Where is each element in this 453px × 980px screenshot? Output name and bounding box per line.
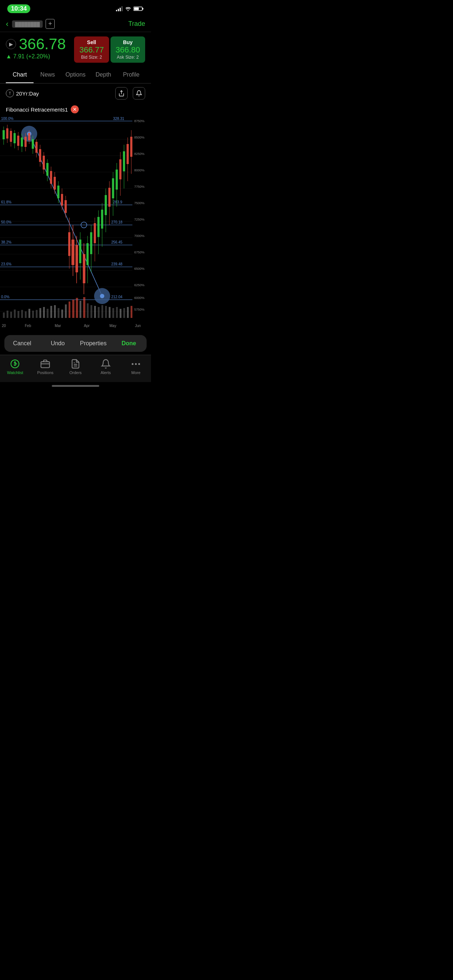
svg-rect-73 — [32, 139, 34, 149]
svg-rect-97 — [75, 245, 78, 272]
svg-rect-1 — [134, 8, 139, 10]
svg-text:7750%: 7750% — [134, 185, 144, 188]
svg-rect-101 — [83, 254, 85, 283]
svg-text:0.0%: 0.0% — [1, 295, 10, 299]
svg-rect-111 — [101, 210, 103, 229]
tab-chart[interactable]: Chart — [6, 67, 33, 83]
svg-rect-87 — [57, 186, 59, 198]
svg-rect-83 — [50, 171, 52, 184]
tab-profile[interactable]: Profile — [118, 67, 145, 83]
nav-watchlist[interactable]: Watchlist — [0, 359, 30, 375]
chart-tabs: Chart News Options Depth Profile — [0, 67, 151, 83]
svg-text:239.48: 239.48 — [111, 262, 123, 266]
svg-rect-119 — [116, 170, 118, 189]
svg-rect-71 — [28, 133, 30, 140]
buy-box[interactable]: Buy 366.80 Ask Size: 2 — [110, 37, 145, 63]
alert-button[interactable] — [133, 87, 145, 100]
svg-rect-133 — [21, 310, 23, 318]
svg-rect-140 — [47, 309, 48, 318]
svg-text:Mar: Mar — [55, 324, 61, 328]
svg-rect-142 — [54, 305, 56, 318]
share-icon — [118, 90, 125, 97]
add-watchlist-button[interactable]: + — [46, 19, 55, 29]
svg-rect-117 — [112, 178, 114, 198]
svg-text:50.0%: 50.0% — [1, 220, 11, 224]
svg-rect-109 — [97, 217, 100, 237]
svg-rect-67 — [21, 137, 23, 146]
svg-text:38.2%: 38.2% — [1, 240, 11, 244]
svg-rect-91 — [65, 200, 67, 213]
share-button[interactable] — [115, 87, 128, 100]
svg-text:283.9: 283.9 — [113, 200, 122, 204]
svg-text:Apr: Apr — [84, 324, 90, 328]
undo-button[interactable]: Undo — [40, 340, 76, 347]
svg-text:8000%: 8000% — [134, 169, 144, 172]
done-button[interactable]: Done — [111, 340, 147, 347]
svg-rect-93 — [68, 232, 70, 256]
svg-text:256.45: 256.45 — [111, 240, 123, 244]
svg-rect-103 — [86, 243, 89, 265]
bell-icon — [136, 90, 142, 97]
chart-area: T 20Yr:Day Fibonacci — [0, 83, 151, 355]
svg-rect-105 — [90, 232, 92, 254]
svg-rect-145 — [65, 304, 67, 318]
svg-text:Feb: Feb — [25, 324, 31, 328]
svg-text:7500%: 7500% — [134, 201, 144, 205]
svg-rect-61 — [10, 131, 12, 142]
svg-rect-127 — [130, 137, 132, 157]
svg-text:7250%: 7250% — [134, 218, 144, 221]
price-change: ▲ 7.91 (+2.20%) — [6, 53, 74, 60]
svg-text:20: 20 — [2, 324, 6, 328]
svg-rect-115 — [108, 188, 110, 207]
sell-label: Sell — [79, 40, 104, 45]
svg-rect-75 — [35, 142, 38, 153]
watchlist-icon — [10, 359, 20, 369]
cancel-button[interactable]: Cancel — [4, 340, 40, 347]
svg-rect-144 — [61, 310, 63, 318]
svg-rect-63 — [13, 133, 16, 143]
svg-text:328.31: 328.31 — [113, 117, 124, 121]
svg-text:23.6%: 23.6% — [1, 262, 11, 266]
tab-options[interactable]: Options — [62, 67, 89, 83]
buy-price: 366.80 — [116, 45, 140, 55]
svg-rect-152 — [91, 305, 92, 318]
chart-svg-container[interactable]: 8750% 8500% 8250% 8000% 7750% 7500% 7250… — [0, 116, 151, 332]
svg-rect-125 — [126, 144, 129, 164]
back-button[interactable]: ‹ — [6, 19, 8, 29]
svg-text:5750%: 5750% — [134, 308, 144, 311]
svg-rect-159 — [116, 307, 118, 318]
svg-rect-138 — [39, 308, 41, 318]
nav-more[interactable]: More — [121, 359, 151, 375]
svg-text:6000%: 6000% — [134, 296, 144, 300]
svg-rect-65 — [17, 135, 19, 146]
svg-text:8750%: 8750% — [134, 119, 144, 123]
svg-rect-69 — [24, 137, 27, 147]
svg-rect-153 — [94, 306, 96, 318]
sell-box[interactable]: Sell 366.77 Bid Size: 2 — [74, 37, 109, 63]
svg-text:212.04: 212.04 — [111, 295, 123, 299]
nav-alerts[interactable]: Alerts — [91, 359, 121, 375]
svg-rect-95 — [72, 240, 74, 265]
timeframe-circle-icon: T — [6, 89, 14, 97]
tab-news[interactable]: News — [33, 67, 61, 83]
svg-text:61.8%: 61.8% — [1, 200, 11, 204]
properties-button[interactable]: Properties — [75, 340, 111, 347]
tab-depth[interactable]: Depth — [89, 67, 117, 83]
svg-rect-89 — [61, 194, 63, 205]
more-dots-icon — [132, 359, 140, 369]
svg-rect-148 — [76, 298, 78, 318]
svg-rect-157 — [109, 307, 110, 318]
svg-point-55 — [100, 294, 104, 298]
svg-rect-150 — [83, 297, 85, 318]
nav-positions[interactable]: Positions — [30, 359, 61, 375]
timeframe-button[interactable]: T 20Yr:Day — [6, 89, 39, 97]
nav-orders[interactable]: Orders — [61, 359, 91, 375]
trade-button[interactable]: Trade — [128, 20, 145, 28]
svg-rect-57 — [3, 130, 5, 139]
price-expand-button[interactable]: ▶ — [6, 39, 16, 49]
timeframe-label: 20Yr:Day — [16, 91, 39, 97]
svg-text:7000%: 7000% — [134, 234, 144, 238]
fibonacci-close-button[interactable]: ✕ — [71, 105, 79, 113]
chart-action-toolbar: Cancel Undo Properties Done — [4, 335, 147, 352]
svg-rect-132 — [18, 311, 19, 318]
